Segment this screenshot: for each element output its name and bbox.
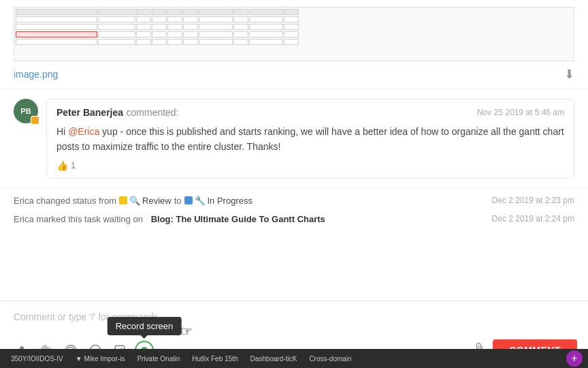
avatar: PB (14, 99, 38, 123)
screen-record-tooltip: Record screen (108, 317, 182, 335)
taskbar-plus-button[interactable]: + (566, 350, 583, 367)
comment-header: Peter Banerjea commented: Nov 25 2019 at… (56, 106, 564, 119)
image-name[interactable]: image.png (14, 69, 58, 80)
avatar-badge (31, 116, 39, 125)
comment-body: Peter Banerjea commented: Nov 25 2019 at… (46, 99, 574, 179)
taskbar-item-5[interactable]: Cross-domain (304, 354, 357, 364)
activity-row-1: Erica changed status from 🔍 Review to 🔧 … (14, 191, 574, 210)
taskbar-item-2[interactable]: Private Onalin (131, 354, 185, 364)
status-from: 🔍 Review (119, 196, 172, 206)
activity2-link[interactable]: Blog: The Ultimate Guide To Gantt Charts (151, 214, 325, 224)
taskbar-item-3[interactable]: Hutlix Feb 15th (186, 354, 243, 364)
comment-section: PB Peter Banerjea commented: Nov 25 2019… (0, 89, 588, 189)
activity1-arrow: to (174, 196, 182, 206)
activity1-before: Erica changed status from (14, 196, 116, 206)
activity-section: Erica changed status from 🔍 Review to 🔧 … (0, 189, 588, 231)
image-section: image.png ⬇ (0, 0, 588, 89)
comment-input-field[interactable]: Comment or type '/' for commands (0, 301, 588, 335)
activity-row-2: Erica marked this task waiting on Blog: … (14, 210, 574, 228)
activity-text-2: Erica marked this task waiting on Blog: … (14, 214, 325, 224)
commenter-name: Peter Banerjea (56, 107, 123, 118)
comment-text-after: yup - once this is published and starts … (56, 126, 564, 152)
activity1-to-label: In Progress (208, 196, 252, 206)
comment-text-before: Hi (56, 126, 68, 137)
like-section: 👍 1 (56, 160, 564, 171)
activity-text-1: Erica changed status from 🔍 Review to 🔧 … (14, 196, 252, 206)
status-to: 🔧 In Progress (184, 196, 252, 206)
comment-text: Hi @Erica yup - once this is published a… (56, 124, 564, 155)
mention[interactable]: @Erica (68, 126, 99, 137)
taskbar: 350Y/IOIIDOS-IV ▼ Mike Impor-is Private … (0, 349, 588, 368)
spreadsheet-preview (14, 7, 574, 61)
taskbar-item-1[interactable]: ▼ Mike Impor-is (70, 354, 131, 364)
activity2-date: Dec 2 2019 at 2:24 pm (492, 214, 574, 224)
image-footer: image.png ⬇ (14, 67, 574, 82)
like-count: 1 (71, 160, 76, 170)
commented-label: commented: (127, 107, 179, 118)
taskbar-item-0[interactable]: 350Y/IOIIDOS-IV (5, 354, 69, 364)
activity2-text: Erica marked this task waiting on (14, 214, 143, 224)
main-container: image.png ⬇ PB Peter Banerjea commented:… (0, 0, 588, 368)
activity1-from-label: Review (142, 196, 172, 206)
comment-date: Nov 25 2019 at 5:46 am (477, 108, 564, 117)
taskbar-item-4[interactable]: Dashboard-ticK (244, 354, 302, 364)
activity1-date: Dec 2 2019 at 2:23 pm (492, 196, 574, 205)
download-icon[interactable]: ⬇ (564, 67, 574, 82)
like-icon[interactable]: 👍 (56, 160, 68, 171)
